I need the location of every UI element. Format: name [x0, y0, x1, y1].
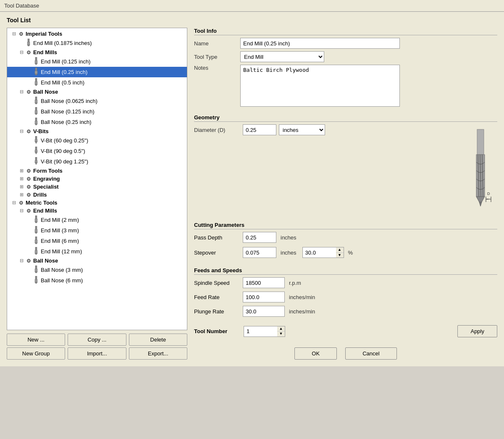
- endmill-icon: [32, 226, 40, 235]
- cancel-button[interactable]: Cancel: [345, 347, 396, 360]
- tree-item-ballnose-group[interactable]: ⊟⚙Ball Nose: [7, 88, 187, 96]
- tool-number-label: Tool Number: [194, 328, 240, 334]
- svg-rect-15: [35, 107, 37, 110]
- stepover-pct-input[interactable]: [302, 247, 336, 258]
- svg-rect-19: [35, 121, 37, 124]
- diameter-input[interactable]: [243, 124, 276, 135]
- tree-item-formtools-group[interactable]: ⊞⚙Form Tools: [7, 167, 187, 175]
- export-button[interactable]: Export...: [129, 347, 187, 360]
- tool-number-input[interactable]: [244, 326, 277, 337]
- expander[interactable]: ⊟: [18, 208, 25, 213]
- tree-item-metric-em-2[interactable]: End Mill (2 mm): [7, 215, 187, 225]
- ok-cancel-row: OK Cancel: [194, 347, 497, 360]
- expander[interactable]: ⊟: [18, 129, 25, 134]
- tree-item-metric-bn-3[interactable]: Ball Nose (3 mm): [7, 265, 187, 275]
- tree-item-endmill-0.5[interactable]: End Mill (0.5 inch): [7, 77, 187, 88]
- tree-item-endmill-0.25[interactable]: End Mill (0.25 inch): [7, 67, 187, 77]
- import-button[interactable]: Import...: [68, 347, 126, 360]
- tree-item-ballnose-0.125[interactable]: Ball Nose (0.125 inch): [7, 106, 187, 117]
- tree-item-vbit-60-0.25[interactable]: V-Bit (60 deg 0.25"): [7, 135, 187, 146]
- tree-item-endmill-0.125[interactable]: End Mill (0.125 inch): [7, 56, 187, 67]
- tree-item-metric-endmills[interactable]: ⊟⚙End Mills: [7, 207, 187, 215]
- svg-marker-53: [476, 197, 485, 202]
- tree-label: Ball Nose (3 mm): [41, 267, 83, 273]
- svg-rect-9: [35, 78, 37, 81]
- tree-item-metric-em-12[interactable]: End Mill (12 mm): [7, 246, 187, 257]
- spindle-input[interactable]: [243, 277, 285, 288]
- tree-item-metric-ballnose[interactable]: ⊟⚙Ball Nose: [7, 257, 187, 265]
- delete-button[interactable]: Delete: [129, 334, 187, 346]
- notes-input[interactable]: [240, 65, 400, 107]
- tree-item-ballnose-0.25[interactable]: Ball Nose (0.25 inch): [7, 117, 187, 127]
- svg-rect-45: [35, 276, 37, 279]
- tree-item-specialist-group[interactable]: ⊞⚙Specialist: [7, 183, 187, 191]
- tree-item-drills-group[interactable]: ⊞⚙Drills: [7, 191, 187, 199]
- tree-item-vbit-90-1.25[interactable]: V-Bit (90 deg 1.25"): [7, 156, 187, 167]
- left-panel: ⊟⚙Imperial Tools End Mill (0.1875 inches…: [7, 28, 187, 360]
- expander[interactable]: ⊞: [18, 176, 25, 181]
- tree-item-metric-em-6[interactable]: End Mill (6 mm): [7, 236, 187, 246]
- group-icon: ⚙: [17, 200, 25, 206]
- ballnose-icon: [32, 107, 40, 116]
- tree-item-ballnose-0.0625[interactable]: Ball Nose (0.0625 inch): [7, 96, 187, 106]
- svg-rect-16: [35, 110, 37, 113]
- tree-item-vbits-group[interactable]: ⊟⚙V-Bits: [7, 127, 187, 135]
- stepover-input[interactable]: [243, 247, 276, 258]
- feed-rate-input[interactable]: [243, 292, 285, 302]
- tool-tree[interactable]: ⊟⚙Imperial Tools End Mill (0.1875 inches…: [7, 28, 187, 330]
- new-button[interactable]: New ...: [7, 334, 65, 346]
- svg-rect-27: [35, 157, 37, 160]
- tree-item-endmills-group[interactable]: ⊟⚙End Mills: [7, 48, 187, 56]
- expander[interactable]: ⊟: [10, 200, 17, 205]
- tree-item-engraving-group[interactable]: ⊞⚙Engraving: [7, 175, 187, 183]
- tree-item-vbit-90-0.5[interactable]: V-Bit (90 deg 0.5"): [7, 146, 187, 156]
- tree-label: End Mills: [33, 49, 57, 55]
- endmill-icon: [32, 247, 40, 256]
- tree-label: End Mill (12 mm): [41, 248, 82, 255]
- plunge-rate-input[interactable]: [243, 306, 285, 317]
- pass-depth-input[interactable]: [243, 232, 276, 243]
- ok-button[interactable]: OK: [294, 347, 337, 360]
- tree-label: V-Bit (90 deg 1.25"): [41, 158, 88, 165]
- svg-rect-33: [35, 226, 37, 229]
- new-group-button[interactable]: New Group: [7, 347, 65, 360]
- stepover-pct-down[interactable]: ▼: [336, 253, 344, 258]
- svg-marker-17: [35, 113, 37, 115]
- stepover-pct-up[interactable]: ▲: [336, 247, 344, 253]
- tool-number-up[interactable]: ▲: [277, 326, 285, 332]
- expander[interactable]: ⊞: [18, 184, 25, 189]
- svg-marker-11: [35, 84, 37, 86]
- diameter-row: Diameter (D) inchesmm: [194, 124, 459, 135]
- expander[interactable]: ⊞: [18, 192, 25, 197]
- endmill-icon: [25, 39, 32, 47]
- tool-type-select[interactable]: End MillBall NoseV-BitForm ToolDrill: [240, 51, 324, 62]
- tree-item-metric-em-3[interactable]: End Mill (3 mm): [7, 225, 187, 236]
- tree-item-metric[interactable]: ⊟⚙Metric Tools: [7, 199, 187, 207]
- svg-rect-46: [35, 279, 37, 282]
- expander[interactable]: ⊟: [18, 89, 25, 95]
- diameter-unit-select[interactable]: inchesmm: [279, 124, 325, 135]
- tree-label: End Mill (0.25 inch): [41, 69, 87, 75]
- group-icon: ⚙: [25, 50, 32, 55]
- endmill-icon: [32, 216, 40, 224]
- tree-label: Ball Nose (6 mm): [41, 277, 83, 284]
- tree-item-metric-bn-6[interactable]: Ball Nose (6 mm): [7, 275, 187, 286]
- name-input[interactable]: [240, 38, 400, 49]
- expander[interactable]: ⊟: [18, 50, 25, 55]
- svg-marker-47: [35, 282, 37, 284]
- svg-marker-2: [27, 45, 30, 46]
- group-icon: ⚙: [25, 168, 32, 174]
- tree-label: End Mill (3 mm): [41, 227, 79, 234]
- tree-item-imperial[interactable]: ⊟⚙Imperial Tools: [7, 30, 187, 38]
- tree-item-endmill-0.1875[interactable]: End Mill (0.1875 inches): [7, 38, 187, 48]
- svg-marker-38: [35, 243, 37, 244]
- apply-button[interactable]: Apply: [457, 325, 497, 337]
- expander[interactable]: ⊟: [10, 31, 17, 37]
- expander[interactable]: ⊟: [18, 258, 25, 263]
- feeds-section: Feeds and Speeds Spindle Speed r.p.m Fee…: [194, 267, 497, 320]
- spindle-row: Spindle Speed r.p.m: [194, 277, 497, 288]
- tool-number-down[interactable]: ▼: [277, 331, 285, 336]
- copy-button[interactable]: Copy ...: [68, 334, 126, 346]
- ballnose-icon: [32, 266, 40, 274]
- expander[interactable]: ⊞: [18, 168, 25, 173]
